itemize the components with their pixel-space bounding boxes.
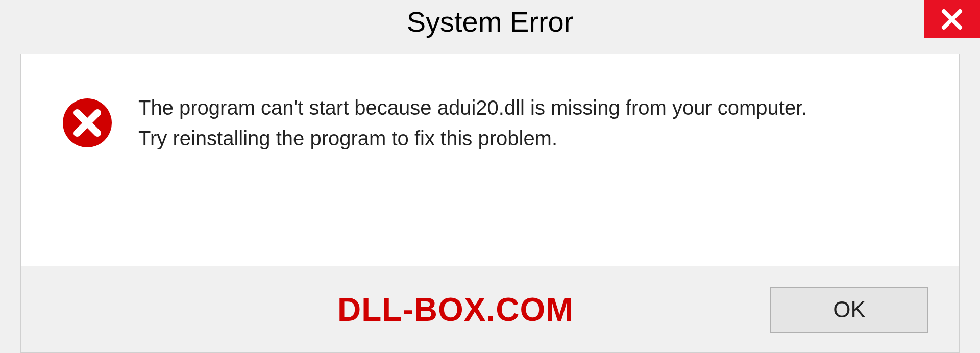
footer-row: DLL-BOX.COM OK (21, 266, 959, 352)
error-dialog-window: System Error The program can't start bec… (0, 0, 980, 353)
error-message-line1: The program can't start because adui20.d… (138, 92, 807, 123)
ok-button[interactable]: OK (770, 287, 928, 333)
close-icon (940, 7, 964, 32)
content-area: The program can't start because adui20.d… (20, 54, 960, 353)
titlebar: System Error (0, 0, 980, 48)
dialog-title: System Error (407, 5, 574, 38)
error-message-line2: Try reinstalling the program to fix this… (138, 123, 807, 154)
error-message: The program can't start because adui20.d… (138, 92, 807, 154)
message-row: The program can't start because adui20.d… (21, 54, 959, 266)
error-icon (62, 97, 113, 148)
close-button[interactable] (924, 0, 980, 38)
watermark-text: DLL-BOX.COM (337, 291, 574, 329)
